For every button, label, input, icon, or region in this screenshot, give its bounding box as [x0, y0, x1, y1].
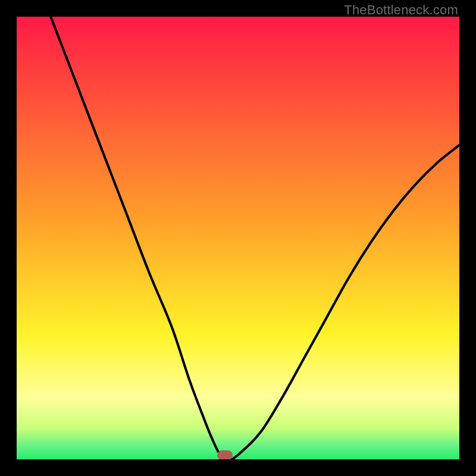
- chart-plot-area: [17, 17, 459, 459]
- watermark-text: TheBottleneck.com: [344, 2, 458, 18]
- optimal-point-marker: [217, 450, 233, 459]
- outer-black-frame: TheBottleneck.com: [0, 0, 476, 476]
- bottleneck-curve: [17, 17, 459, 459]
